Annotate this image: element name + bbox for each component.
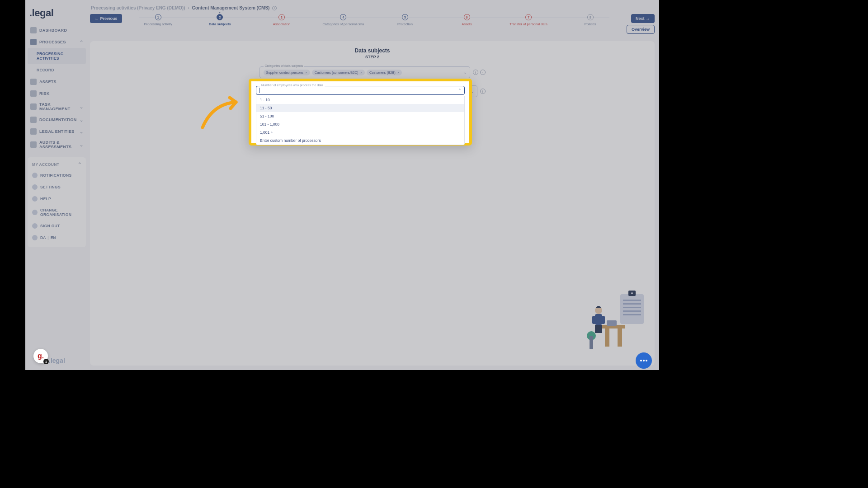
lang-separator: | [47,235,48,240]
nav-sub-record-label: RECORD [37,68,54,72]
account-help[interactable]: HELP [29,193,84,205]
badge-letter: g. [38,352,44,360]
tag-label: Customers (consumers/B2C) [315,70,359,75]
nav-task-management[interactable]: TASK MANAGEMENT ⌄ [28,99,86,114]
svg-rect-5 [623,314,641,315]
nav-assets[interactable]: ASSETS [28,76,86,88]
nav-processes[interactable]: PROCESSES ⌃ [28,36,86,48]
save-icon[interactable]: ▫ [480,70,486,75]
nav-assets-label: ASSETS [39,80,57,84]
chat-dots-icon [640,360,647,361]
chevron-up-icon[interactable]: ⌃ [458,88,462,93]
dropdown-option[interactable]: 1,001 + [256,128,464,136]
overview-button[interactable]: Overview [627,25,655,34]
svg-rect-1 [623,300,641,301]
main-content: Processing activities (Privacy ENG (DEMO… [88,0,659,370]
nav-sub-processing-activities[interactable]: PROCESSING ACTIVITIES [28,48,86,64]
legal-entities-icon [30,128,37,135]
topbar: ← Previous 1Processing activity▾2Data su… [90,14,655,34]
my-account-header[interactable]: MY ACCOUNT ⌃ [29,161,84,169]
text-cursor [259,88,259,93]
nav-sub-record[interactable]: RECORD [28,64,86,76]
help-widget-badge[interactable]: g. 1 [33,349,48,363]
chevron-down-icon[interactable]: ⌄ [463,70,467,75]
overview-button-label: Overview [632,27,650,32]
bell-icon [32,173,38,178]
account-settings[interactable]: SETTINGS [29,181,84,193]
brand-text: .legal [29,7,53,19]
tag-remove-icon[interactable]: × [305,70,307,75]
processes-icon [30,39,37,45]
step-2[interactable]: ▾2Data subjects [189,14,251,26]
globe-icon [32,235,38,240]
stepper: 1Processing activity▾2Data subjects3Asso… [126,14,623,26]
dropdown-option[interactable]: 101 - 1,000 [256,120,464,128]
nav-documentation[interactable]: DOCUMENTATION ⌄ [28,114,86,126]
next-button[interactable]: Next → [631,14,655,23]
form-subtitle: STEP 2 [99,55,646,59]
previous-button[interactable]: ← Previous [90,14,122,23]
step-1[interactable]: 1Processing activity [127,14,189,26]
svg-rect-0 [620,294,644,324]
step-6[interactable]: 6Assets [436,14,498,26]
categories-field-label: Categories of data subjects [264,64,305,67]
dropdown-option[interactable]: 11 - 50 [256,104,464,112]
lang-en[interactable]: EN [51,235,56,240]
nav-risk-label: RISK [39,91,50,96]
step-7[interactable]: 7Transfer of personal data [498,14,560,26]
step-dot: 1 [155,14,161,20]
step-dot: 6 [464,14,470,20]
nav-audits[interactable]: AUDITS & ASSESSMENTS ⌄ [28,137,86,152]
gear-icon [32,184,38,190]
account-settings-label: SETTINGS [40,185,61,189]
step-3[interactable]: 3Association [251,14,313,26]
account-notifications[interactable]: NOTIFICATIONS [29,169,84,181]
language-switcher[interactable]: DA | EN [29,232,84,244]
nav-legal-entities-label: LEGAL ENTITIES [39,129,75,134]
nav-task-management-label: TASK MANAGEMENT [39,102,80,111]
help-icon [32,196,38,202]
dropdown-option[interactable]: 1 - 10 [256,96,464,104]
info-icon[interactable]: i [272,6,277,10]
next-button-label: Next [636,16,645,21]
active-pointer-icon: ▾ [219,10,221,14]
nav-risk[interactable]: RISK [28,88,86,99]
account-sign-out-label: SIGN OUT [40,224,60,228]
field-actions: i ▫ [473,70,486,75]
nav-audits-label: AUDITS & ASSESSMENTS [39,140,80,149]
employees-field[interactable]: Number of employees who process the data… [256,86,465,95]
step-4[interactable]: 4Categories of personal data [312,14,374,26]
step-label: Assets [462,22,472,26]
categories-field[interactable]: Categories of data subjects Supplier con… [259,66,470,78]
info-icon[interactable]: i [473,70,478,75]
breadcrumb-parent[interactable]: Processing activities (Privacy ENG (DEMO… [91,5,185,10]
nav-dashboard[interactable]: DASHBOARD [28,24,86,36]
chat-widget-button[interactable] [636,352,652,369]
arrow-right-icon: → [646,16,650,21]
my-account-header-label: MY ACCOUNT [32,162,59,167]
right-button-group: Next → Overview [627,14,655,34]
svg-point-7 [631,292,633,294]
step-8[interactable]: 8Policies [559,14,621,26]
dropdown-option[interactable]: 51 - 100 [256,112,464,120]
svg-rect-17 [590,336,593,349]
chevron-down-icon: ⌄ [80,117,83,122]
step-label: Association [273,22,290,26]
assets-icon [30,79,37,85]
account-change-organisation[interactable]: CHANGE ORGANISATION [29,205,84,220]
tag-remove-icon[interactable]: × [360,70,362,75]
svg-rect-18 [607,320,617,326]
form-title: Data subjects [99,47,646,54]
decorative-illustration [572,286,649,363]
tag-remove-icon[interactable]: × [397,70,400,75]
lang-da[interactable]: DA [40,235,46,240]
step-dot: 4 [340,14,346,20]
step-label: Data subjects [209,22,231,26]
account-sign-out[interactable]: SIGN OUT [29,220,84,232]
step-5[interactable]: 5Protection [374,14,436,26]
nav-legal-entities[interactable]: LEGAL ENTITIES ⌄ [28,126,86,137]
chevron-right-icon: › [188,5,189,10]
brand-logo: .legal [28,5,86,24]
info-icon[interactable]: i [480,89,486,94]
dropdown-option[interactable]: Enter custom number of processors [256,136,464,145]
